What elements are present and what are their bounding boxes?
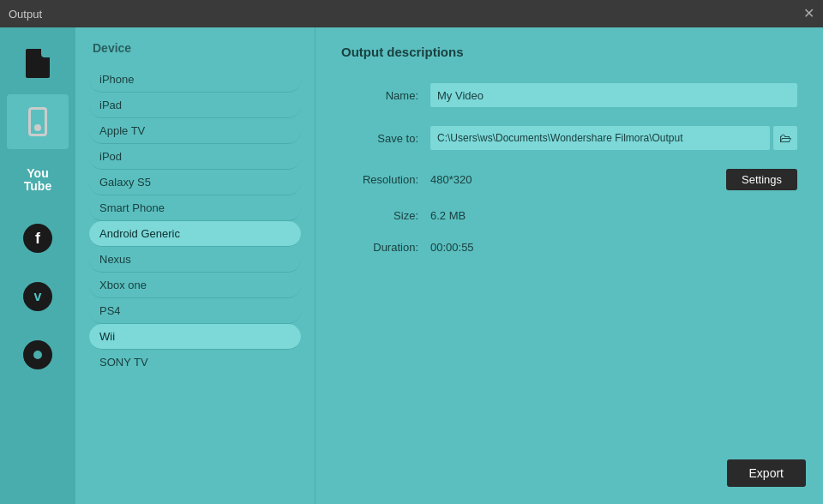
title-bar: Output ✕ [0,0,823,27]
sidebar-item-facebook[interactable]: f [7,211,69,266]
saveto-row: Save to: 🗁 [341,126,797,150]
duration-label: Duration: [341,241,418,254]
saveto-label: Save to: [341,132,418,145]
folder-browse-button[interactable]: 🗁 [773,126,797,150]
device-panel-title: Device [89,41,301,55]
duration-value: 00:00:55 [430,241,797,254]
phone-icon [28,107,47,136]
window-title: Output [9,8,42,21]
export-button[interactable]: Export [727,459,806,487]
facebook-icon: f [23,224,52,253]
size-label: Size: [341,209,418,222]
output-descriptions-title: Output descriptions [341,45,797,59]
settings-button[interactable]: Settings [726,169,797,190]
device-item-sonytv[interactable]: SONY TV [89,350,301,375]
device-list: iPhone iPad Apple TV iPod Galaxy S5 Smar… [89,67,301,375]
saveto-input[interactable] [430,126,770,150]
resolution-label: Resolution: [341,173,418,186]
file-icon [26,49,50,78]
close-button[interactable]: ✕ [803,7,814,21]
vimeo-icon: v [23,282,52,311]
size-row: Size: 6.2 MB [341,209,797,222]
device-panel: Device iPhone iPad Apple TV iPod Galaxy … [75,27,315,504]
device-item-smartphone[interactable]: Smart Phone [89,195,301,221]
main-container: You Tube f v Device iPhone iPad Apple TV… [0,27,823,504]
sidebar-item-file[interactable] [7,36,69,91]
name-label: Name: [341,89,418,102]
device-item-ipod[interactable]: iPod [89,144,301,170]
sidebar-item-disc[interactable] [7,327,69,382]
name-input[interactable] [430,83,797,107]
youtube-icon: You Tube [24,167,51,194]
device-item-iphone[interactable]: iPhone [89,67,301,93]
device-item-androidgeneric[interactable]: Android Generic [89,221,301,247]
device-item-ipad[interactable]: iPad [89,93,301,118]
resolution-row: Resolution: 480*320 Settings [341,169,797,190]
device-item-nexus[interactable]: Nexus [89,247,301,273]
device-item-galaxys5[interactable]: Galaxy S5 [89,170,301,195]
device-item-ps4[interactable]: PS4 [89,298,301,324]
device-item-appletv[interactable]: Apple TV [89,118,301,144]
duration-row: Duration: 00:00:55 [341,241,797,254]
resolution-value: 480*320 [430,173,709,186]
icon-sidebar: You Tube f v [0,27,75,504]
sidebar-item-device[interactable] [7,94,69,149]
device-item-wii[interactable]: Wii [89,324,301,350]
device-item-xboxone[interactable]: Xbox one [89,273,301,298]
sidebar-item-vimeo[interactable]: v [7,269,69,324]
name-row: Name: [341,83,797,107]
sidebar-item-youtube[interactable]: You Tube [7,153,69,207]
output-panel: Output descriptions Name: Save to: 🗁 Res… [315,27,823,504]
disc-icon [23,340,52,369]
size-value: 6.2 MB [430,209,797,222]
